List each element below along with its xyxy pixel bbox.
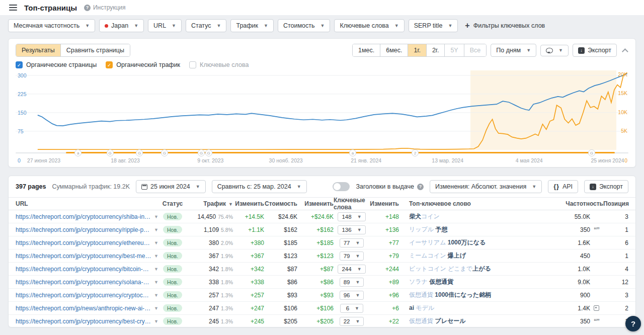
top-keyword-link[interactable]: ビットコイン どこまで上がる [409,265,491,272]
url-dropdown-icon[interactable]: ▼ [154,240,158,245]
top-keyword-link[interactable]: リップル 予想 [409,226,447,233]
top-keyword-link[interactable]: 柴犬コイン [409,213,440,220]
url-dropdown-icon[interactable]: ▼ [154,306,158,311]
line-chart: 3002251507520K15K10K5K [16,70,628,150]
page-url-link[interactable]: https://techreport.com/jp/cryptocurrency… [16,213,151,220]
cell-url: https://techreport.com/jp/cryptocurrency… [16,292,158,299]
cell-position: 3 [603,292,628,299]
column-header-1[interactable]: Статус [158,200,187,207]
add-keyword-filters-label: Фильтры ключевых слов [473,22,545,29]
help-button[interactable]: ? [625,316,641,331]
date-picker-button[interactable]: 25 июня 2024 ▼ [136,180,206,193]
cell-traffic: 1,1095.8% [187,226,233,233]
filter-serp-title[interactable]: SERP title▼ [409,19,458,32]
timeline-event-marker[interactable]: a [74,149,82,156]
page-url-link[interactable]: https://techreport.com/jp/cryptocurrency… [16,292,151,299]
keywords-dropdown[interactable]: 244▼ [338,265,365,274]
traffic-value: 380 [209,239,219,246]
keywords-dropdown[interactable]: 6▼ [340,304,363,313]
filter-japan[interactable]: Japan▼ [99,19,144,32]
page-url-link[interactable]: https://techreport.com/jp/cryptocurrency… [16,253,151,260]
timeline-event-marker[interactable]: G [107,149,114,156]
timeline-event-marker[interactable]: G [136,149,143,156]
legend-checkbox-ключевые[interactable]: Ключевые слова [189,61,249,68]
page-url-link[interactable]: https://techreport.com/jp/cryptocurrency… [16,279,151,286]
page-url-link[interactable]: https://techreport.com/jp/cryptocurrency… [16,318,151,325]
timeline-event-marker[interactable]: G [161,149,168,156]
granularity-dropdown[interactable]: По дням ▼ [491,44,536,57]
column-header-4[interactable]: Стоимость [264,200,297,207]
column-header-5[interactable]: Изменить [297,200,334,207]
tab-results[interactable]: Результаты [16,44,60,56]
filter-статус[interactable]: Статус▼ [186,19,226,32]
keywords-dropdown[interactable]: 22▼ [340,317,364,326]
url-dropdown-icon[interactable]: ▼ [154,267,158,272]
keywords-dropdown[interactable]: 77▼ [340,238,364,247]
range-6мес[interactable]: 6мес. [380,44,408,56]
timeline-event-marker[interactable]: G [205,149,212,156]
instruction-link[interactable]: ? Инструкция [84,4,126,11]
keywords-dropdown[interactable]: 96▼ [340,291,364,300]
page-url-link[interactable]: https://techreport.com/jp/cryptocurrency… [16,266,151,273]
top-keyword-link[interactable]: ミームコイン 爆上げ [409,252,466,259]
keywords-dropdown[interactable]: 89▼ [340,278,364,287]
cell-top-keyword: ミームコイン 爆上げ [399,252,555,260]
column-header-2[interactable]: Трафик▼ [187,200,233,207]
annotations-button[interactable]: ▼ [540,45,569,56]
column-header-label: URL [16,200,28,207]
url-dropdown-icon[interactable]: ▼ [154,227,158,232]
serp-titles-toggle[interactable] [333,182,350,191]
page-url-link[interactable]: https://techreport.com/jp/cryptocurrency… [16,226,151,233]
range-1г[interactable]: 1г. [408,44,426,56]
url-dropdown-icon[interactable]: ▼ [154,214,158,219]
range-2г[interactable]: 2г. [426,44,444,56]
column-header-0[interactable]: URL [16,200,158,207]
top-keyword-link[interactable]: ソラナ 仮想通貨 [409,278,453,285]
range-1мес[interactable]: 1мес. [353,44,380,56]
compare-date-button[interactable]: Сравнить с: 25 мар. 2024 ▼ [212,180,307,193]
page-url-link[interactable]: https://techreport.com/jp/news/anthropic… [16,305,151,312]
legend-checkbox-органические[interactable]: ✓Органические страницы [16,61,97,68]
timeline-event-marker[interactable]: a [349,149,356,156]
column-header-3[interactable]: Изменить [233,200,264,207]
timeline-event-marker[interactable]: G [198,149,205,156]
top-keyword-link[interactable]: 仮想通貨 プレセール [409,317,465,324]
legend-checkbox-органический[interactable]: ✓Органический трафик [106,61,180,68]
keywords-dropdown[interactable]: 136▼ [338,225,365,234]
filter-ключевые-слова[interactable]: Ключевые слова▼ [334,19,404,32]
column-header-10[interactable]: Позиция [603,200,628,207]
filter-месячная-частотность[interactable]: Месячная частотность▼ [8,19,95,32]
top-keyword-link[interactable]: 仮想通貨 1000倍になった銘柄 [409,291,491,298]
keywords-dropdown[interactable]: 148▼ [338,212,365,221]
page-url-link[interactable]: https://techreport.com/jp/cryptocurrency… [16,239,151,246]
timeline-event-marker[interactable]: G [588,149,595,156]
table-row: https://techreport.com/jp/cryptocurrency… [9,289,635,302]
url-dropdown-icon[interactable]: ▼ [154,319,158,324]
collapse-chart-icon[interactable] [622,48,628,55]
changes-mode-dropdown[interactable]: Изменения: Абсолют. значения ▼ [430,180,542,193]
filter-url[interactable]: URL▼ [148,19,182,32]
api-button[interactable]: {} API [548,180,578,193]
table-export-button[interactable]: ↓ Экспорт [584,180,628,193]
status-badge: Нов. [163,226,182,233]
menu-icon[interactable] [9,5,17,11]
filter-трафик[interactable]: Трафик▼ [230,19,274,32]
cell-traffic: 14,45075.4% [187,213,233,220]
filter-стоимость[interactable]: Стоимость▼ [278,19,331,32]
tab-compare-pages[interactable]: Сравнить страницы [60,44,130,56]
url-dropdown-icon[interactable]: ▼ [154,254,158,259]
cell-keywords: 136▼ [334,225,370,234]
chart-export-button[interactable]: ↓ Экспорт [573,44,617,57]
add-keyword-filters-button[interactable]: + Фильтры ключевых слов [465,22,545,30]
column-header-9[interactable]: Частотность [555,200,603,207]
url-dropdown-icon[interactable]: ▼ [154,293,158,298]
column-header-8[interactable]: Топ-ключевое слово [399,200,555,207]
column-header-label: Стоимость [265,200,297,207]
column-header-6[interactable]: Ключевые слова [334,197,370,211]
column-header-7[interactable]: Изменить [370,200,399,207]
top-keyword-link[interactable]: イーサリアム 1000万になる [409,239,486,246]
timeline-event-marker[interactable]: 2 [412,149,419,156]
keywords-dropdown[interactable]: 79▼ [340,252,364,261]
url-dropdown-icon[interactable]: ▼ [154,280,158,285]
top-keyword-link[interactable]: ai モデル [409,304,434,311]
